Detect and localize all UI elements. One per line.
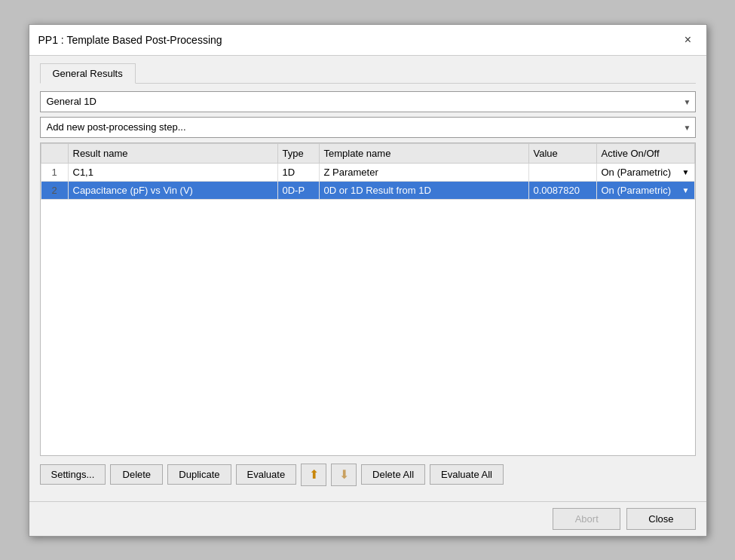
duplicate-button[interactable]: Duplicate (167, 464, 231, 485)
abort-button[interactable]: Abort (553, 508, 620, 530)
tab-strip: General Results (40, 63, 696, 84)
table-row[interactable]: 2 Capacitance (pF) vs Vin (V) 0D-P 0D or… (41, 181, 694, 199)
title-bar: PP1 : Template Based Post-Processing × (29, 25, 706, 56)
cell-index-2: 2 (41, 181, 68, 199)
dialog-body: General Results General 1D ▼ Add new pos… (29, 56, 706, 501)
cell-type-2: 0D-P (277, 181, 319, 199)
move-down-button[interactable]: ⬇ (331, 464, 357, 486)
tab-general-results[interactable]: General Results (40, 63, 136, 84)
general-type-dropdown[interactable]: General 1D (40, 91, 696, 112)
add-step-row: Add new post-processing step... ▼ (40, 117, 696, 138)
cell-result-name-1: C1,1 (68, 163, 277, 181)
add-step-wrapper: Add new post-processing step... ▼ (40, 117, 696, 138)
settings-button[interactable]: Settings... (40, 464, 106, 485)
main-dialog: PP1 : Template Based Post-Processing × G… (29, 24, 707, 537)
delete-all-button[interactable]: Delete All (361, 464, 425, 485)
action-buttons: Settings... Delete Duplicate Evaluate ⬆ … (40, 464, 696, 486)
evaluate-all-button[interactable]: Evaluate All (430, 464, 504, 485)
col-header-type: Type (277, 143, 319, 163)
table-header-row: Result name Type Template name Value Act… (41, 143, 694, 163)
col-header-template-name: Template name (319, 143, 528, 163)
close-button[interactable]: × (679, 31, 697, 49)
cell-value-2: 0.0087820 (528, 181, 596, 199)
add-step-dropdown[interactable]: Add new post-processing step... (40, 117, 696, 138)
cell-value-1 (528, 163, 596, 181)
general-type-row: General 1D ▼ (40, 91, 696, 112)
col-header-active: Active On/Off (596, 143, 694, 163)
delete-button[interactable]: Delete (110, 464, 163, 485)
results-table: Result name Type Template name Value Act… (41, 143, 695, 200)
dialog-title: PP1 : Template Based Post-Processing (38, 34, 222, 46)
col-header-result-name: Result name (68, 143, 277, 163)
close-footer-button[interactable]: Close (626, 508, 695, 530)
move-up-button[interactable]: ⬆ (301, 464, 326, 486)
cell-template-2: 0D or 1D Result from 1D (319, 181, 528, 199)
cell-result-name-2: Capacitance (pF) vs Vin (V) (68, 181, 277, 199)
evaluate-button[interactable]: Evaluate (236, 464, 297, 485)
cell-active-1: On (Parametric) ▼ (596, 163, 694, 181)
active-dropdown-arrow-2[interactable]: ▼ (682, 186, 690, 194)
results-table-container: Result name Type Template name Value Act… (40, 142, 696, 456)
col-header-value: Value (528, 143, 596, 163)
active-dropdown-arrow-1[interactable]: ▼ (682, 168, 690, 176)
footer: Abort Close (29, 501, 706, 536)
table-row[interactable]: 1 C1,1 1D Z Parameter On (Parametric) ▼ (41, 163, 694, 181)
general-type-wrapper: General 1D ▼ (40, 91, 696, 112)
cell-index-1: 1 (41, 163, 68, 181)
cell-template-1: Z Parameter (319, 163, 528, 181)
cell-active-2: On (Parametric) ▼ (596, 181, 694, 199)
col-header-index (41, 143, 68, 163)
cell-type-1: 1D (277, 163, 319, 181)
